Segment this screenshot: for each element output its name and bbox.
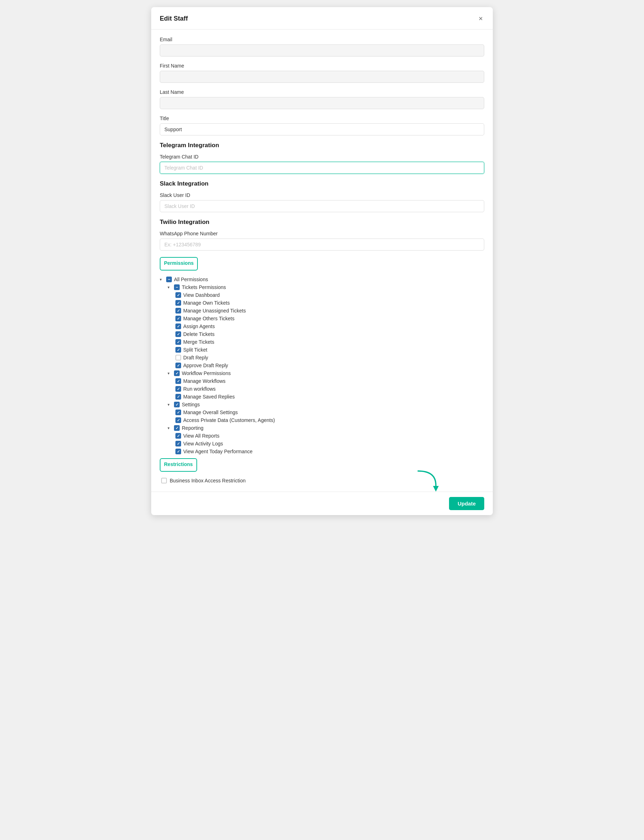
reporting-checkbox[interactable] [174,425,180,431]
view-activity-logs-label: View Activity Logs [183,441,223,447]
slack-section: Slack Integration Slack User ID [160,180,484,212]
manage-overall-settings-item[interactable]: Manage Overall Settings [176,408,484,416]
settings-checkbox[interactable] [174,402,180,408]
telegram-chat-id-label: Telegram Chat ID [160,154,484,160]
business-inbox-label: Business Inbox Access Restriction [170,478,245,483]
manage-saved-replies-item[interactable]: Manage Saved Replies [176,393,484,401]
manage-unassigned-tickets-checkbox[interactable] [176,308,181,314]
svg-marker-0 [433,486,439,492]
approve-draft-reply-label: Approve Draft Reply [183,363,228,368]
view-all-reports-item[interactable]: View All Reports [176,432,484,440]
draft-reply-item[interactable]: Draft Reply [176,354,484,362]
view-activity-logs-checkbox[interactable] [176,441,181,447]
manage-unassigned-tickets-item[interactable]: Manage Unassigned Tickets [176,307,484,314]
first-name-label: First Name [160,63,484,69]
merge-tickets-checkbox[interactable] [176,339,181,345]
all-permissions-label: All Permissions [174,277,208,282]
whatsapp-label: WhatsApp Phone Number [160,231,484,236]
access-private-data-checkbox[interactable] [176,418,181,423]
settings-item[interactable]: ▾ Settings [168,401,484,408]
manage-saved-replies-label: Manage Saved Replies [183,394,235,400]
run-workflows-item[interactable]: Run workflows [176,385,484,393]
manage-workflows-item[interactable]: Manage Workflows [176,377,484,385]
assign-agents-item[interactable]: Assign Agents [176,323,484,330]
run-workflows-checkbox[interactable] [176,386,181,392]
view-dashboard-label: View Dashboard [183,292,220,298]
restrictions-box: Restrictions [160,458,197,472]
telegram-section-title: Telegram Integration [160,142,484,149]
telegram-chat-id-field[interactable] [160,162,484,174]
email-field[interactable] [160,44,484,57]
slack-user-id-field[interactable] [160,200,484,212]
view-agent-today-performance-checkbox[interactable] [176,449,181,454]
reporting-toggle[interactable]: ▾ [168,426,172,431]
permissions-section: Permissions ▾ All Permissions ▾ Tickets … [160,257,484,455]
last-name-field[interactable] [160,97,484,109]
manage-own-tickets-checkbox[interactable] [176,300,181,306]
access-private-data-item[interactable]: Access Private Data (Customers, Agents) [176,416,484,424]
all-permissions-checkbox[interactable] [166,277,172,282]
tickets-permissions-item[interactable]: ▾ Tickets Permissions [168,283,484,291]
delete-tickets-checkbox[interactable] [176,331,181,337]
manage-workflows-checkbox[interactable] [176,378,181,384]
arrow-indicator [414,467,443,494]
edit-staff-modal: Edit Staff × Email First Name Last Name … [151,7,493,515]
workflow-children: Manage Workflows Run workflows Manage Sa… [176,377,484,401]
reporting-children: View All Reports View Activity Logs View… [176,432,484,455]
manage-overall-settings-checkbox[interactable] [176,409,181,415]
tickets-children: View Dashboard Manage Own Tickets Manage… [176,291,484,369]
view-all-reports-checkbox[interactable] [176,433,181,439]
assign-agents-checkbox[interactable] [176,324,181,329]
modal-header: Edit Staff × [151,7,493,29]
title-label: Title [160,116,484,121]
approve-draft-reply-checkbox[interactable] [176,363,181,368]
manage-own-tickets-item[interactable]: Manage Own Tickets [176,299,484,307]
manage-workflows-label: Manage Workflows [183,378,225,384]
reporting-item[interactable]: ▾ Reporting [168,424,484,432]
first-name-group: First Name [160,63,484,83]
approve-draft-reply-item[interactable]: Approve Draft Reply [176,362,484,369]
delete-tickets-item[interactable]: Delete Tickets [176,330,484,338]
last-name-label: Last Name [160,89,484,95]
workflow-toggle[interactable]: ▾ [168,371,172,376]
view-dashboard-item[interactable]: View Dashboard [176,291,484,299]
modal-body: Email First Name Last Name Title Telegra… [151,29,493,492]
title-field[interactable] [160,123,484,136]
assign-agents-label: Assign Agents [183,324,215,329]
email-label: Email [160,37,484,42]
all-permissions-toggle[interactable]: ▾ [160,277,164,282]
restrictions-label: Restrictions [164,462,193,467]
manage-saved-replies-checkbox[interactable] [176,394,181,400]
tickets-toggle[interactable]: ▾ [168,285,172,290]
workflow-checkbox[interactable] [174,370,180,376]
permissions-children: ▾ Tickets Permissions View Dashboard [168,283,484,455]
permissions-tree: ▾ All Permissions ▾ Tickets Permissions [160,275,484,455]
tickets-checkbox[interactable] [174,284,180,290]
view-dashboard-checkbox[interactable] [176,292,181,298]
close-button[interactable]: × [477,13,484,23]
merge-tickets-label: Merge Tickets [183,339,214,345]
slack-section-title: Slack Integration [160,180,484,187]
title-group: Title [160,116,484,136]
manage-others-tickets-label: Manage Others Tickets [183,316,235,321]
view-activity-logs-item[interactable]: View Activity Logs [176,440,484,447]
settings-toggle[interactable]: ▾ [168,403,172,407]
first-name-field[interactable] [160,71,484,83]
draft-reply-label: Draft Reply [183,355,208,360]
split-ticket-label: Split Ticket [183,347,207,353]
whatsapp-field[interactable] [160,239,484,251]
split-ticket-item[interactable]: Split Ticket [176,346,484,354]
manage-others-tickets-checkbox[interactable] [176,316,181,321]
view-agent-today-performance-item[interactable]: View Agent Today Performance [176,447,484,455]
merge-tickets-item[interactable]: Merge Tickets [176,338,484,346]
tickets-permissions-label: Tickets Permissions [182,284,226,290]
workflow-permissions-item[interactable]: ▾ Workflow Permissions [168,369,484,377]
update-button[interactable]: Update [449,497,484,510]
all-permissions-item[interactable]: ▾ All Permissions [160,275,484,283]
slack-user-id-group: Slack User ID [160,192,484,212]
manage-others-tickets-item[interactable]: Manage Others Tickets [176,314,484,323]
draft-reply-checkbox[interactable] [176,355,181,360]
split-ticket-checkbox[interactable] [176,347,181,353]
business-inbox-checkbox[interactable] [161,478,167,483]
whatsapp-group: WhatsApp Phone Number [160,231,484,251]
